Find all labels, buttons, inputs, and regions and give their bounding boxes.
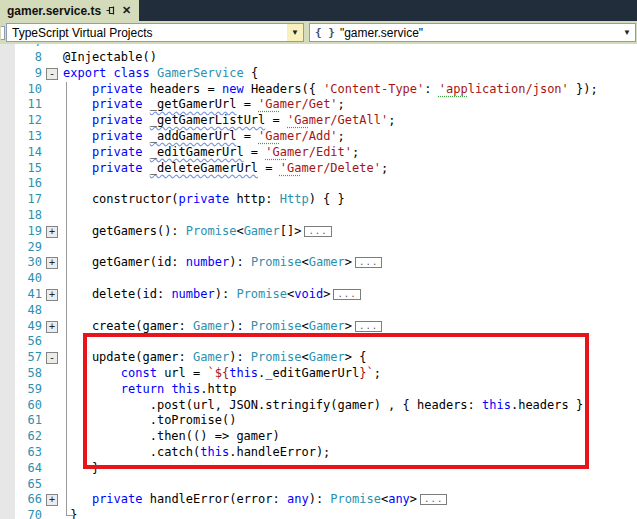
chevron-down-icon[interactable]: ▼ bbox=[619, 24, 635, 41]
code-row: 12 private _getGamerListUrl = 'Gamer/Get… bbox=[0, 113, 637, 129]
line-number: 60 bbox=[0, 398, 44, 414]
pin-icon[interactable] bbox=[106, 5, 117, 16]
tab-strip: gamer.service.ts ✕ bbox=[0, 0, 637, 21]
code-row: 61 .toPromise() bbox=[0, 413, 637, 429]
fold-margin: + bbox=[44, 255, 62, 271]
project-dropdown[interactable]: TypeScript Virtual Projects ▼ bbox=[6, 23, 304, 42]
code-line[interactable]: .toPromise() bbox=[62, 413, 236, 429]
fold-margin bbox=[44, 161, 62, 177]
code-line[interactable]: const url = `${this._editGamerUrl}`; bbox=[62, 366, 381, 382]
code-row: 64 } bbox=[0, 461, 637, 477]
code-line[interactable]: private _editGamerUrl = 'Gamer/Edit'; bbox=[62, 145, 359, 161]
code-line[interactable]: @Injectable() bbox=[62, 50, 157, 66]
code-line[interactable] bbox=[62, 477, 63, 493]
line-number: 61 bbox=[0, 413, 44, 429]
line-number: 48 bbox=[0, 303, 44, 319]
line-number: 62 bbox=[0, 429, 44, 445]
line-number: 56 bbox=[0, 334, 44, 350]
code-line[interactable]: private _addGamerUrl = 'Gamer/Add'; bbox=[62, 129, 345, 145]
code-line[interactable]: private _deleteGamerUrl = 'Gamer/Delete'… bbox=[62, 161, 388, 177]
code-row: 30+ getGamer(id: number): Promise<Gamer>… bbox=[0, 255, 637, 271]
expand-toggle-icon[interactable]: + bbox=[46, 494, 58, 506]
code-line[interactable]: private _getGamerListUrl = 'Gamer/GetAll… bbox=[62, 113, 395, 129]
code-row: 40 bbox=[0, 271, 637, 287]
line-number: 9 bbox=[0, 66, 44, 82]
code-row: 15 private _deleteGamerUrl = 'Gamer/Dele… bbox=[0, 161, 637, 177]
fold-margin: + bbox=[44, 492, 62, 508]
code-line[interactable] bbox=[62, 176, 63, 192]
code-line[interactable] bbox=[62, 334, 63, 350]
code-line[interactable]: create(gamer: Gamer): Promise<Gamer>... bbox=[62, 319, 382, 335]
code-row: 59 return this.http bbox=[0, 382, 637, 398]
code-line[interactable] bbox=[62, 240, 63, 256]
code-line[interactable]: .then(() => gamer) bbox=[62, 429, 280, 445]
code-line[interactable]: getGamer(id: number): Promise<Gamer>... bbox=[62, 255, 382, 271]
fold-margin bbox=[44, 82, 62, 98]
code-line[interactable]: private handleError(error: any): Promise… bbox=[62, 492, 447, 508]
code-line[interactable]: export class GamerService { bbox=[62, 66, 258, 82]
code-row: 11 private _getGamerUrl = 'Gamer/Get'; bbox=[0, 97, 637, 113]
collapse-toggle-icon[interactable]: - bbox=[46, 68, 58, 80]
collapsed-region-box[interactable]: ... bbox=[355, 257, 382, 268]
expand-toggle-icon[interactable]: + bbox=[46, 257, 58, 269]
line-number: 16 bbox=[0, 176, 44, 192]
line-number: 11 bbox=[0, 97, 44, 113]
collapsed-region-box[interactable]: ... bbox=[304, 226, 331, 237]
fold-margin: + bbox=[44, 287, 62, 303]
chevron-down-icon[interactable]: ▼ bbox=[287, 24, 303, 41]
code-line[interactable]: .post(url, JSON.stringify(gamer) , { hea… bbox=[62, 398, 590, 414]
line-number: 13 bbox=[0, 129, 44, 145]
code-line[interactable]: update(gamer: Gamer): Promise<Gamer> { bbox=[62, 350, 366, 366]
expand-toggle-icon[interactable]: + bbox=[46, 289, 58, 301]
code-row: 29 bbox=[0, 240, 637, 256]
member-dropdown[interactable]: { } "gamer.service" ▼ bbox=[309, 23, 636, 42]
code-line[interactable]: .catch(this.handleError); bbox=[62, 445, 330, 461]
line-number: 49 bbox=[0, 319, 44, 335]
namespace-icon: { } bbox=[315, 26, 335, 39]
code-row: 41+ delete(id: number): Promise<void>... bbox=[0, 287, 637, 303]
fold-margin bbox=[44, 240, 62, 256]
tab-gamer-service[interactable]: gamer.service.ts ✕ bbox=[0, 0, 139, 21]
fold-margin bbox=[44, 366, 62, 382]
code-line[interactable]: } bbox=[62, 461, 99, 477]
line-number: 15 bbox=[0, 161, 44, 177]
code-line[interactable]: private _getGamerUrl = 'Gamer/Get'; bbox=[62, 97, 345, 113]
collapsed-region-box[interactable]: ... bbox=[355, 321, 382, 332]
code-line[interactable]: private headers = new Headers({ 'Content… bbox=[62, 82, 598, 98]
close-icon[interactable]: ✕ bbox=[122, 5, 131, 16]
code-line[interactable] bbox=[62, 208, 63, 224]
line-number: 17 bbox=[0, 192, 44, 208]
code-row: 58 const url = `${this._editGamerUrl}`; bbox=[0, 366, 637, 382]
fold-margin bbox=[44, 334, 62, 350]
fold-margin bbox=[44, 398, 62, 414]
code-line[interactable]: return this.http bbox=[62, 382, 236, 398]
code-row: 19+ getGamers(): Promise<Gamer[]>... bbox=[0, 224, 637, 240]
fold-margin bbox=[44, 413, 62, 429]
code-line[interactable]: } bbox=[62, 508, 77, 519]
fold-margin bbox=[44, 303, 62, 319]
line-number: 64 bbox=[0, 461, 44, 477]
code-line[interactable]: constructor(private http: Http) { } bbox=[62, 192, 345, 208]
expand-toggle-icon[interactable]: + bbox=[46, 226, 58, 238]
code-row: 57- update(gamer: Gamer): Promise<Gamer>… bbox=[0, 350, 637, 366]
fold-margin bbox=[44, 129, 62, 145]
fold-margin bbox=[44, 461, 62, 477]
code-row: 65 bbox=[0, 477, 637, 493]
code-line[interactable] bbox=[62, 303, 63, 319]
code-line[interactable]: delete(id: number): Promise<void>... bbox=[62, 287, 361, 303]
line-number: 70 bbox=[0, 508, 44, 519]
fold-margin bbox=[44, 382, 62, 398]
expand-toggle-icon[interactable]: + bbox=[46, 321, 58, 333]
fold-margin bbox=[44, 145, 62, 161]
collapse-toggle-icon[interactable]: - bbox=[46, 352, 58, 364]
collapsed-region-box[interactable]: ... bbox=[333, 289, 360, 300]
line-number: 12 bbox=[0, 113, 44, 129]
code-row: 63 .catch(this.handleError); bbox=[0, 445, 637, 461]
code-line[interactable]: getGamers(): Promise<Gamer[]>... bbox=[62, 224, 332, 240]
code-line[interactable] bbox=[62, 271, 63, 287]
collapsed-region-box[interactable]: ... bbox=[420, 494, 447, 505]
fold-margin bbox=[44, 176, 62, 192]
code-editor[interactable]: 78@Injectable()9-export class GamerServi… bbox=[0, 44, 637, 519]
navigation-bar: TypeScript Virtual Projects ▼ { } "gamer… bbox=[0, 21, 637, 44]
line-number: 63 bbox=[0, 445, 44, 461]
